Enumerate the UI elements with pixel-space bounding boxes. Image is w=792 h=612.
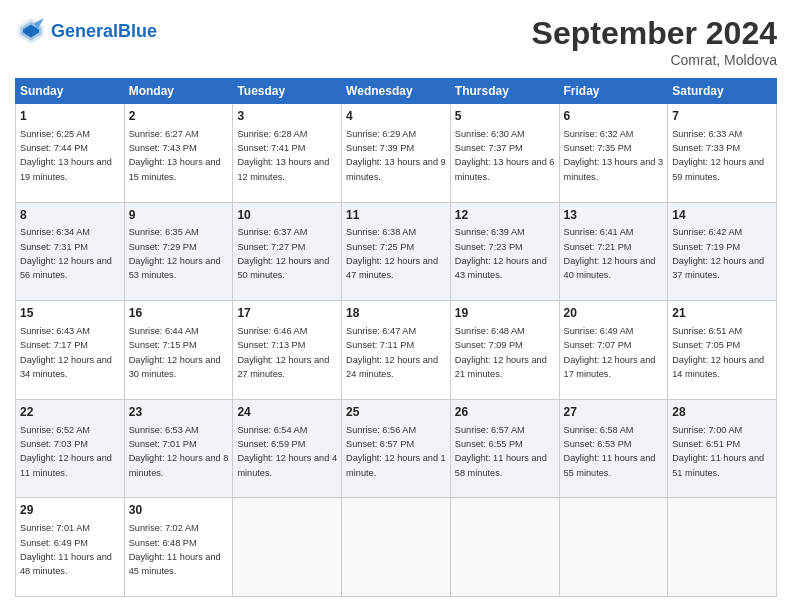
day-info: Sunrise: 7:00 AMSunset: 6:51 PMDaylight:… <box>672 425 764 478</box>
calendar-cell: 14Sunrise: 6:42 AMSunset: 7:19 PMDayligh… <box>668 202 777 301</box>
calendar-cell: 18Sunrise: 6:47 AMSunset: 7:11 PMDayligh… <box>342 301 451 400</box>
calendar-cell: 30Sunrise: 7:02 AMSunset: 6:48 PMDayligh… <box>124 498 233 597</box>
calendar-cell: 3Sunrise: 6:28 AMSunset: 7:41 PMDaylight… <box>233 104 342 203</box>
calendar-cell: 24Sunrise: 6:54 AMSunset: 6:59 PMDayligh… <box>233 399 342 498</box>
day-info: Sunrise: 6:28 AMSunset: 7:41 PMDaylight:… <box>237 129 329 182</box>
day-info: Sunrise: 7:01 AMSunset: 6:49 PMDaylight:… <box>20 523 112 576</box>
day-number: 23 <box>129 404 229 421</box>
day-number: 6 <box>564 108 664 125</box>
day-number: 9 <box>129 207 229 224</box>
calendar-cell: 20Sunrise: 6:49 AMSunset: 7:07 PMDayligh… <box>559 301 668 400</box>
logo-blue: Blue <box>118 21 157 41</box>
day-number: 30 <box>129 502 229 519</box>
day-number: 15 <box>20 305 120 322</box>
day-number: 24 <box>237 404 337 421</box>
calendar-cell: 15Sunrise: 6:43 AMSunset: 7:17 PMDayligh… <box>16 301 125 400</box>
day-info: Sunrise: 6:47 AMSunset: 7:11 PMDaylight:… <box>346 326 438 379</box>
day-info: Sunrise: 6:46 AMSunset: 7:13 PMDaylight:… <box>237 326 329 379</box>
day-info: Sunrise: 6:39 AMSunset: 7:23 PMDaylight:… <box>455 227 547 280</box>
logo-text: GeneralBlue <box>51 22 157 40</box>
day-number: 16 <box>129 305 229 322</box>
day-number: 21 <box>672 305 772 322</box>
day-number: 28 <box>672 404 772 421</box>
day-number: 8 <box>20 207 120 224</box>
day-info: Sunrise: 6:58 AMSunset: 6:53 PMDaylight:… <box>564 425 656 478</box>
day-number: 1 <box>20 108 120 125</box>
day-info: Sunrise: 6:27 AMSunset: 7:43 PMDaylight:… <box>129 129 221 182</box>
calendar-cell: 13Sunrise: 6:41 AMSunset: 7:21 PMDayligh… <box>559 202 668 301</box>
day-number: 3 <box>237 108 337 125</box>
calendar-cell: 8Sunrise: 6:34 AMSunset: 7:31 PMDaylight… <box>16 202 125 301</box>
day-number: 10 <box>237 207 337 224</box>
day-number: 17 <box>237 305 337 322</box>
calendar-cell <box>450 498 559 597</box>
calendar-cell: 29Sunrise: 7:01 AMSunset: 6:49 PMDayligh… <box>16 498 125 597</box>
calendar-cell: 10Sunrise: 6:37 AMSunset: 7:27 PMDayligh… <box>233 202 342 301</box>
day-info: Sunrise: 6:48 AMSunset: 7:09 PMDaylight:… <box>455 326 547 379</box>
day-info: Sunrise: 7:02 AMSunset: 6:48 PMDaylight:… <box>129 523 221 576</box>
logo-icon <box>15 15 47 47</box>
day-number: 7 <box>672 108 772 125</box>
calendar-cell: 1Sunrise: 6:25 AMSunset: 7:44 PMDaylight… <box>16 104 125 203</box>
day-info: Sunrise: 6:35 AMSunset: 7:29 PMDaylight:… <box>129 227 221 280</box>
location: Comrat, Moldova <box>532 52 777 68</box>
day-info: Sunrise: 6:49 AMSunset: 7:07 PMDaylight:… <box>564 326 656 379</box>
day-number: 2 <box>129 108 229 125</box>
calendar-cell: 28Sunrise: 7:00 AMSunset: 6:51 PMDayligh… <box>668 399 777 498</box>
calendar-cell <box>342 498 451 597</box>
calendar-cell: 12Sunrise: 6:39 AMSunset: 7:23 PMDayligh… <box>450 202 559 301</box>
day-info: Sunrise: 6:32 AMSunset: 7:35 PMDaylight:… <box>564 129 664 182</box>
day-number: 12 <box>455 207 555 224</box>
day-info: Sunrise: 6:30 AMSunset: 7:37 PMDaylight:… <box>455 129 555 182</box>
calendar-cell: 22Sunrise: 6:52 AMSunset: 7:03 PMDayligh… <box>16 399 125 498</box>
day-header-saturday: Saturday <box>668 79 777 104</box>
day-info: Sunrise: 6:34 AMSunset: 7:31 PMDaylight:… <box>20 227 112 280</box>
day-info: Sunrise: 6:52 AMSunset: 7:03 PMDaylight:… <box>20 425 112 478</box>
calendar-cell: 26Sunrise: 6:57 AMSunset: 6:55 PMDayligh… <box>450 399 559 498</box>
page: GeneralBlue September 2024 Comrat, Moldo… <box>0 0 792 612</box>
calendar-cell: 9Sunrise: 6:35 AMSunset: 7:29 PMDaylight… <box>124 202 233 301</box>
calendar-cell <box>233 498 342 597</box>
calendar-cell: 5Sunrise: 6:30 AMSunset: 7:37 PMDaylight… <box>450 104 559 203</box>
day-info: Sunrise: 6:33 AMSunset: 7:33 PMDaylight:… <box>672 129 764 182</box>
day-info: Sunrise: 6:43 AMSunset: 7:17 PMDaylight:… <box>20 326 112 379</box>
day-number: 13 <box>564 207 664 224</box>
logo: GeneralBlue <box>15 15 157 47</box>
day-info: Sunrise: 6:25 AMSunset: 7:44 PMDaylight:… <box>20 129 112 182</box>
calendar-cell: 19Sunrise: 6:48 AMSunset: 7:09 PMDayligh… <box>450 301 559 400</box>
day-number: 27 <box>564 404 664 421</box>
calendar: SundayMondayTuesdayWednesdayThursdayFrid… <box>15 78 777 597</box>
day-number: 25 <box>346 404 446 421</box>
day-info: Sunrise: 6:54 AMSunset: 6:59 PMDaylight:… <box>237 425 337 478</box>
calendar-cell <box>559 498 668 597</box>
calendar-cell: 16Sunrise: 6:44 AMSunset: 7:15 PMDayligh… <box>124 301 233 400</box>
day-info: Sunrise: 6:56 AMSunset: 6:57 PMDaylight:… <box>346 425 446 478</box>
day-number: 29 <box>20 502 120 519</box>
header: GeneralBlue September 2024 Comrat, Moldo… <box>15 15 777 68</box>
day-info: Sunrise: 6:57 AMSunset: 6:55 PMDaylight:… <box>455 425 547 478</box>
calendar-cell: 4Sunrise: 6:29 AMSunset: 7:39 PMDaylight… <box>342 104 451 203</box>
day-number: 18 <box>346 305 446 322</box>
calendar-cell: 11Sunrise: 6:38 AMSunset: 7:25 PMDayligh… <box>342 202 451 301</box>
day-number: 26 <box>455 404 555 421</box>
day-header-monday: Monday <box>124 79 233 104</box>
day-header-wednesday: Wednesday <box>342 79 451 104</box>
calendar-cell: 27Sunrise: 6:58 AMSunset: 6:53 PMDayligh… <box>559 399 668 498</box>
calendar-cell: 21Sunrise: 6:51 AMSunset: 7:05 PMDayligh… <box>668 301 777 400</box>
calendar-cell: 6Sunrise: 6:32 AMSunset: 7:35 PMDaylight… <box>559 104 668 203</box>
calendar-cell: 2Sunrise: 6:27 AMSunset: 7:43 PMDaylight… <box>124 104 233 203</box>
day-number: 4 <box>346 108 446 125</box>
day-info: Sunrise: 6:44 AMSunset: 7:15 PMDaylight:… <box>129 326 221 379</box>
month-title: September 2024 <box>532 15 777 52</box>
day-info: Sunrise: 6:42 AMSunset: 7:19 PMDaylight:… <box>672 227 764 280</box>
day-info: Sunrise: 6:29 AMSunset: 7:39 PMDaylight:… <box>346 129 446 182</box>
calendar-cell: 17Sunrise: 6:46 AMSunset: 7:13 PMDayligh… <box>233 301 342 400</box>
day-info: Sunrise: 6:38 AMSunset: 7:25 PMDaylight:… <box>346 227 438 280</box>
day-header-friday: Friday <box>559 79 668 104</box>
day-number: 22 <box>20 404 120 421</box>
day-header-sunday: Sunday <box>16 79 125 104</box>
calendar-cell: 7Sunrise: 6:33 AMSunset: 7:33 PMDaylight… <box>668 104 777 203</box>
day-info: Sunrise: 6:53 AMSunset: 7:01 PMDaylight:… <box>129 425 229 478</box>
day-info: Sunrise: 6:37 AMSunset: 7:27 PMDaylight:… <box>237 227 329 280</box>
day-number: 11 <box>346 207 446 224</box>
